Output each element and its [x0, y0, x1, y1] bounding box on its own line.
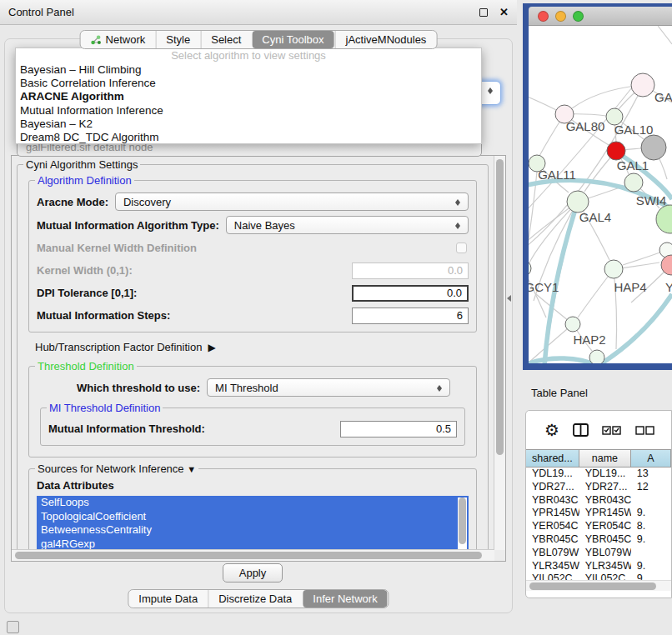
- collapsed-arrow-icon: ▶: [208, 342, 215, 353]
- table-cell: YER054C: [526, 520, 579, 533]
- algorithm-option[interactable]: Bayesian – Hill Climbing: [16, 63, 481, 77]
- table-row[interactable]: YPR145WYPR145W9.: [526, 507, 671, 520]
- node-label: GAL10: [614, 122, 654, 137]
- minimize-traffic-light-icon[interactable]: [555, 11, 566, 22]
- node-label: HAP4: [614, 280, 646, 294]
- mi-threshold-field[interactable]: 0.5: [340, 421, 457, 438]
- network-node-y[interactable]: [661, 255, 672, 275]
- attribute-list-item[interactable]: BetweennessCentrality: [37, 523, 469, 538]
- data-attributes-label: Data Attributes: [37, 479, 469, 492]
- algorithm-option[interactable]: Dream8 DC_TDC Algorithm: [16, 131, 481, 144]
- select-all-columns-icon[interactable]: [602, 426, 622, 435]
- expanded-arrow-icon: ▼: [187, 464, 196, 474]
- settings-vertical-scrollbar[interactable]: [494, 156, 505, 550]
- table-cell: 12: [631, 481, 671, 494]
- table-cell: YDL19...: [579, 468, 631, 481]
- data-attributes-list[interactable]: SelfLoopsTopologicalCoefficientBetweenne…: [37, 496, 469, 554]
- table-cell: YDR27...: [579, 481, 631, 494]
- network-edge[interactable]: [658, 26, 672, 44]
- cyni-algorithm-settings-group: Cyni Algorithm Settings Algorithm Defini…: [17, 158, 489, 562]
- float-window-icon[interactable]: [479, 8, 488, 17]
- algorithm-option[interactable]: Bayesian – K2: [16, 118, 481, 131]
- gear-icon[interactable]: ⚙: [544, 422, 559, 438]
- tab-select[interactable]: Select: [200, 31, 251, 48]
- apply-button[interactable]: Apply: [223, 563, 283, 582]
- control-panel-tabbar: Network Style Select Cyni Toolbox jActiv…: [80, 30, 438, 49]
- tab-label: Infer Network: [313, 592, 377, 605]
- table-cell: [631, 547, 671, 560]
- table-row[interactable]: YIL052CYIL052C9.: [526, 572, 671, 580]
- table-cell: YDR27...: [526, 481, 579, 494]
- table-row[interactable]: YBL079WYBL079W: [526, 547, 671, 560]
- aracne-mode-combobox[interactable]: Discovery: [115, 192, 469, 211]
- float-panel-icon[interactable]: [7, 621, 19, 633]
- tab-cyni-toolbox[interactable]: Cyni Toolbox: [252, 31, 333, 48]
- table-row[interactable]: YDR27...YDR27...12: [526, 481, 671, 494]
- tab-impute-data[interactable]: Impute Data: [128, 590, 208, 608]
- sources-group: Sources for Network Inference ▼ Data Att…: [28, 462, 477, 561]
- table-row[interactable]: YBR043CYBR043C: [526, 494, 671, 508]
- network-edge-thick[interactable]: [529, 358, 598, 363]
- column-header-A[interactable]: A: [631, 450, 671, 467]
- network-view-window: GALGAL80GAL10GAL1GAL11GAL4SWI4GCY1HAP4YH…: [523, 3, 672, 370]
- attribute-list-item[interactable]: TopologicalCoefficient: [37, 510, 469, 524]
- node-label: GAL80: [566, 119, 605, 133]
- network-edge[interactable]: [529, 163, 538, 261]
- network-node-gal[interactable]: [631, 73, 654, 97]
- dpi-tolerance-field[interactable]: 0.0: [352, 285, 469, 302]
- table-row[interactable]: YER054CYER054C8.: [526, 520, 671, 533]
- tab-style[interactable]: Style: [155, 31, 200, 48]
- algorithm-option[interactable]: Basic Correlation Inference: [16, 77, 481, 90]
- node-label: GCY1: [529, 280, 559, 294]
- algorithm-option[interactable]: Mutual Information Inference: [16, 104, 481, 118]
- deselect-all-columns-icon[interactable]: [635, 426, 655, 435]
- tab-label: Network: [106, 33, 146, 46]
- threshold-combobox[interactable]: MI Threshold: [207, 378, 450, 397]
- table-cell: YIL052C: [579, 572, 631, 580]
- tab-label: Impute Data: [138, 592, 198, 605]
- network-node[interactable]: [589, 350, 604, 363]
- network-node-hap4[interactable]: [604, 260, 623, 278]
- tab-discretize-data[interactable]: Discretize Data: [208, 590, 302, 608]
- table-row[interactable]: YDL19...YDL19...13: [526, 468, 671, 481]
- close-traffic-light-icon[interactable]: [538, 11, 549, 22]
- settings-horizontal-scrollbar[interactable]: [12, 549, 494, 561]
- hub-definition-toggle[interactable]: Hub/Transcription Factor Definition ▶: [35, 341, 474, 353]
- mi-algorithm-type-combobox[interactable]: Naive Bayes: [226, 216, 469, 234]
- table-horizontal-scrollbar[interactable]: [526, 580, 672, 591]
- network-node[interactable]: [641, 135, 666, 160]
- sources-toggle[interactable]: Sources for Network Inference ▼: [35, 462, 198, 475]
- network-canvas[interactable]: GALGAL80GAL10GAL1GAL11GAL4SWI4GCY1HAP4YH…: [529, 26, 672, 363]
- tab-network[interactable]: Network: [81, 31, 156, 48]
- column-header-shared...[interactable]: shared...: [526, 450, 579, 467]
- algorithm-option[interactable]: ARACNE Algorithm: [16, 90, 481, 103]
- table-row[interactable]: YBR045CYBR045C9.: [526, 533, 671, 547]
- table-cell: YDL19...: [526, 468, 579, 481]
- network-node-hap2[interactable]: [565, 317, 580, 332]
- list-scrollbar[interactable]: [458, 498, 467, 551]
- group-title: MI Threshold Definition: [47, 402, 163, 414]
- table-cell: YPR145W: [526, 507, 579, 520]
- group-title: Algorithm Definition: [35, 174, 134, 187]
- network-edge-thick[interactable]: [598, 294, 672, 363]
- tab-infer-network[interactable]: Infer Network: [303, 590, 387, 608]
- network-node-swi4[interactable]: [624, 173, 643, 192]
- table-cell: 9.: [631, 533, 671, 547]
- tab-jactivemnodules[interactable]: jActiveMNodules: [335, 31, 437, 48]
- zoom-traffic-light-icon[interactable]: [573, 11, 584, 22]
- column-header-name[interactable]: name: [579, 450, 631, 467]
- close-icon[interactable]: ✕: [499, 8, 509, 17]
- mi-steps-field[interactable]: 6: [352, 308, 469, 324]
- node-label: GAL: [654, 90, 672, 104]
- attribute-list-item[interactable]: SelfLoops: [37, 496, 469, 510]
- network-node-gal1[interactable]: [607, 142, 625, 160]
- table-row[interactable]: YLR345WYLR345W9.: [526, 560, 671, 573]
- network-window-titlebar: [529, 7, 672, 26]
- kernel-width-field[interactable]: 0.0: [352, 262, 469, 279]
- group-title: Threshold Definition: [35, 360, 137, 372]
- manual-kernel-checkbox[interactable]: [456, 242, 467, 253]
- network-node[interactable]: [656, 205, 672, 233]
- split-columns-icon[interactable]: [573, 423, 589, 437]
- splitter-collapse-icon[interactable]: [507, 295, 511, 302]
- combo-value: Discovery: [123, 196, 171, 208]
